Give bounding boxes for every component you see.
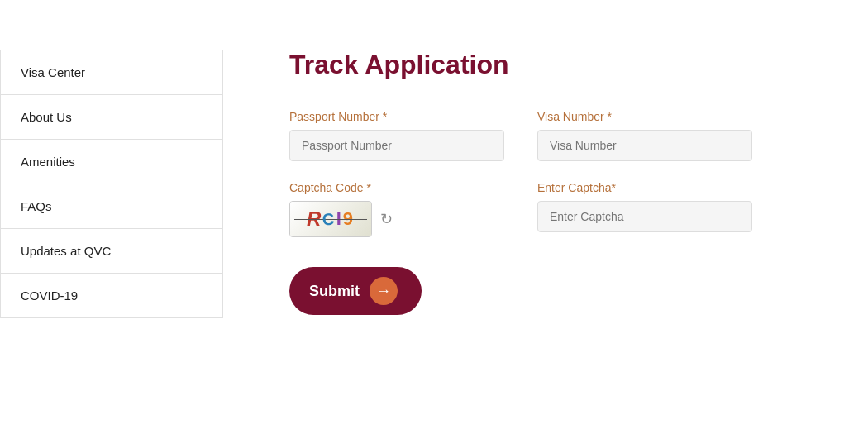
sidebar-item-updates-at-qvc[interactable]: Updates at QVC [0, 228, 223, 273]
submit-row: Submit → [289, 267, 752, 315]
captcha-char-c: C [322, 209, 336, 229]
passport-number-group: Passport Number * [289, 110, 504, 161]
captcha-code-label: Captcha Code * [289, 181, 504, 194]
submit-label: Submit [309, 283, 360, 300]
sidebar-item-label: Amenities [21, 155, 75, 169]
page-title: Track Application [289, 50, 818, 80]
refresh-captcha-icon[interactable]: ↻ [380, 210, 393, 228]
sidebar-item-label: FAQs [21, 199, 52, 213]
sidebar-item-about-us[interactable]: About Us [0, 94, 223, 139]
enter-captcha-input[interactable] [537, 201, 752, 232]
sidebar-item-label: About Us [21, 110, 72, 124]
visa-number-group: Visa Number * [537, 110, 752, 161]
sidebar-item-label: Updates at QVC [21, 244, 111, 258]
sidebar-item-faqs[interactable]: FAQs [0, 184, 223, 228]
captcha-image-row: R C I 9 ↻ [289, 201, 504, 237]
sidebar-item-label: COVID-19 [21, 289, 78, 303]
captcha-text-display: R C I 9 [290, 202, 371, 236]
main-content: Track Application Passport Number * Visa… [223, 0, 868, 434]
enter-captcha-label: Enter Captcha* [537, 181, 752, 194]
sidebar-item-visa-center[interactable]: Visa Center [0, 50, 223, 94]
sidebar-item-amenities[interactable]: Amenities [0, 139, 223, 184]
submit-arrow-icon: → [370, 277, 398, 305]
visa-number-input[interactable] [537, 130, 752, 161]
passport-number-input[interactable] [289, 130, 504, 161]
enter-captcha-group: Enter Captcha* [537, 181, 752, 237]
sidebar-item-label: Visa Center [21, 65, 85, 79]
captcha-code-group: Captcha Code * R C I 9 ↻ [289, 181, 504, 237]
submit-button[interactable]: Submit → [289, 267, 422, 315]
captcha-image-box: R C I 9 [289, 201, 372, 237]
sidebar: Visa Center About Us Amenities FAQs Upda… [0, 0, 223, 434]
visa-number-label: Visa Number * [537, 110, 752, 123]
passport-number-label: Passport Number * [289, 110, 504, 123]
track-application-form: Passport Number * Visa Number * Captcha … [289, 110, 752, 315]
sidebar-item-covid-19[interactable]: COVID-19 [0, 273, 223, 318]
